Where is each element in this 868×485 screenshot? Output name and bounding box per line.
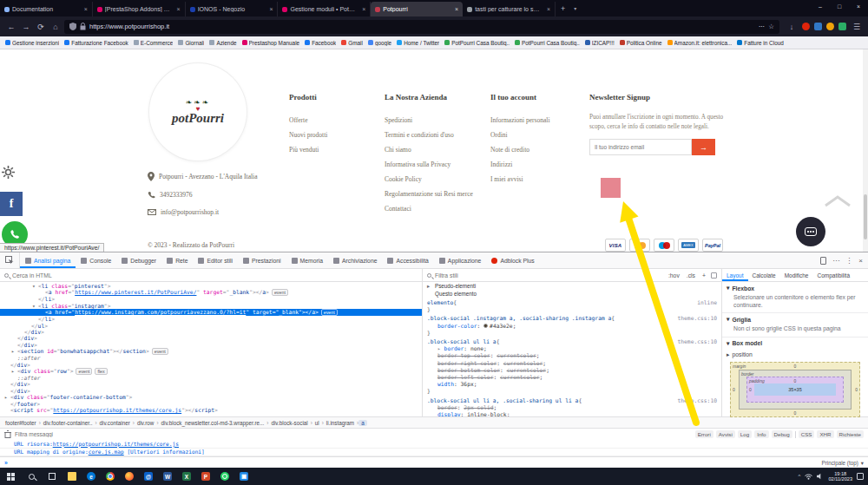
console-filter-log[interactable]: Log — [738, 430, 752, 438]
clear-console-icon[interactable] — [4, 430, 11, 438]
volume-icon[interactable] — [817, 473, 824, 480]
devtool-tab-analisi-pagina[interactable]: Analisi pagina — [20, 252, 76, 268]
start-button[interactable] — [0, 468, 21, 485]
console-filter-css[interactable]: CSS — [799, 430, 815, 438]
taskbar-app-chrome[interactable] — [101, 468, 120, 485]
newsletter-email-input[interactable] — [589, 139, 692, 155]
breadcrumb-item[interactable]: div.block_newsletter.col-md-3.wrapper.re… — [158, 420, 266, 426]
newsletter-submit-button[interactable]: → — [692, 139, 715, 155]
sidebar-tab-modifiche[interactable]: Modifiche — [780, 269, 813, 281]
task-view-button[interactable] — [42, 468, 62, 485]
markup-line[interactable]: </div> — [0, 381, 422, 387]
extension-icon[interactable] — [826, 23, 834, 30]
markup-line[interactable]: ▸<div class="row">eventflex — [0, 368, 422, 375]
markup-line[interactable]: ::after — [0, 355, 422, 361]
css-selector[interactable]: elemento — [427, 299, 453, 306]
devtool-tab-console[interactable]: Console — [76, 252, 116, 268]
browser-tab[interactable]: tasti per catturare lo schermo p...× — [463, 2, 556, 16]
bookmark-item[interactable]: Giornali — [178, 40, 204, 46]
css-declaration[interactable]: border-color: #4a3e2e; — [427, 323, 717, 330]
extension-icon[interactable] — [838, 23, 846, 30]
footer-link[interactable]: Indirizzi — [490, 157, 581, 172]
page-scrollbar[interactable] — [863, 49, 868, 252]
margin-top-value[interactable]: 0 — [794, 364, 797, 369]
chat-widget-button[interactable] — [796, 217, 825, 246]
css-selector[interactable]: .block-social ul li a, .social-sharing u… — [427, 397, 578, 404]
browser-tab[interactable]: Potpourri× — [371, 2, 463, 16]
window-maximize-button[interactable]: □ — [830, 0, 849, 12]
sidebar-tab-calcolate[interactable]: Calcolate — [748, 269, 780, 281]
footer-link[interactable]: Contattaci — [385, 201, 482, 216]
taskbar-app-whatsapp[interactable] — [215, 468, 234, 485]
markup-line[interactable]: </div> — [0, 362, 422, 368]
class-toggle[interactable]: .cls — [685, 272, 697, 279]
footer-link[interactable]: I miei avvisi — [490, 172, 581, 187]
window-minimize-button[interactable]: – — [811, 0, 830, 12]
tab-close-icon[interactable]: × — [545, 6, 550, 12]
event-badge[interactable]: event — [272, 289, 288, 296]
css-selector[interactable]: .block-social ul li a — [427, 338, 496, 345]
breadcrumb-item[interactable]: li.instagram — [324, 420, 357, 426]
event-badge[interactable]: event — [152, 348, 168, 355]
add-rule-button[interactable]: + — [700, 272, 707, 279]
devtools-close-icon[interactable]: × — [858, 257, 863, 265]
position-row[interactable]: ▸position — [722, 350, 868, 360]
responsive-mode-icon[interactable] — [820, 257, 826, 265]
console-filter-debug[interactable]: Debug — [772, 430, 792, 438]
footer-link[interactable]: Informazioni personali — [490, 113, 581, 128]
padding-left-value[interactable]: 0 — [749, 387, 752, 392]
rules-filter-input[interactable] — [435, 272, 663, 279]
lock-icon[interactable] — [80, 23, 86, 30]
breadcrumb-item[interactable]: div.row — [135, 420, 156, 426]
flex-badge[interactable]: flex — [95, 368, 107, 375]
downloads-icon[interactable]: ↓ — [786, 23, 798, 31]
markup-line[interactable]: ::after — [0, 375, 422, 381]
bookmark-item[interactable]: PotPourri Casa Boutiq.. — [444, 40, 510, 46]
window-close-button[interactable]: × — [849, 0, 868, 12]
breadcrumb-item[interactable]: div.footer-container.. — [41, 420, 95, 426]
padding-box[interactable]: padding 0 0 35×35 — [746, 377, 844, 403]
evaluation-context-selector[interactable]: Principale (top) ▾ — [821, 460, 864, 466]
breadcrumb-item[interactable]: a — [358, 420, 367, 426]
tab-close-icon[interactable]: × — [453, 6, 458, 12]
footer-link[interactable]: Spedizioni — [385, 113, 482, 128]
footer-link[interactable]: Nuovi prodotti — [289, 128, 376, 142]
bookmark-item[interactable]: PotPourri Casa Boutiq.. — [515, 40, 580, 46]
browser-tab[interactable]: Documentation× — [0, 2, 93, 16]
event-badge[interactable]: event — [76, 368, 92, 375]
devtool-tab-rete[interactable]: Rete — [161, 252, 193, 268]
markup-line[interactable]: ▾<li class="instagram"> — [0, 303, 422, 309]
site-logo[interactable]: ❧❧❧ ♥ potPourri — [149, 63, 247, 161]
breadcrumb-item[interactable]: footer#footer — [3, 420, 39, 426]
meatball-menu-icon[interactable]: ⋯ — [832, 257, 839, 265]
markup-line[interactable]: </ul> — [0, 323, 422, 329]
console-filter-xhr[interactable]: XHR — [817, 430, 833, 438]
console-filter-avvisi[interactable]: Avvisi — [716, 430, 735, 438]
taskbar-app-powerpoint[interactable]: P — [196, 468, 215, 485]
new-tab-button[interactable]: + — [556, 4, 570, 13]
devtool-tab-memoria[interactable]: Memoria — [286, 252, 328, 268]
twisty-icon[interactable]: ▾ — [32, 303, 38, 309]
action-center-icon[interactable] — [857, 473, 864, 480]
home-icon[interactable]: ⌂ — [49, 23, 62, 31]
css-declaration[interactable]: border-right-color: currentcolor; — [427, 360, 717, 367]
css-declaration[interactable]: border: 2px solid; — [427, 404, 717, 411]
css-declaration[interactable]: border-top-color: currentcolor; — [427, 352, 717, 359]
console-link[interactable]: core.js.map — [89, 449, 124, 455]
breadcrumb-item[interactable]: div.block-social — [268, 420, 310, 426]
css-declaration[interactable]: border-left-color: currentcolor; — [427, 374, 717, 381]
taskbar-app-file-explorer[interactable] — [62, 468, 82, 485]
bookmark-item[interactable]: Politica Online — [620, 40, 662, 46]
margin-right-value[interactable]: 0 — [855, 387, 858, 392]
tab-list-dropdown-icon[interactable]: ▾ — [570, 5, 580, 11]
color-swatch[interactable] — [483, 324, 488, 328]
taskbar-search-button[interactable] — [21, 468, 42, 485]
bookmark-star-icon[interactable]: ☆ — [768, 23, 774, 30]
devtool-tab-prestazioni[interactable]: Prestazioni — [238, 252, 286, 268]
margin-box[interactable]: margin 0 0 0 0 border padding 0 0 — [730, 362, 860, 417]
flexbox-header[interactable]: ▾Flexbox — [722, 282, 868, 294]
event-badge[interactable]: event — [321, 309, 338, 316]
boxmodel-header[interactable]: ▾Box model — [722, 338, 868, 350]
element-picker-button[interactable] — [0, 252, 20, 268]
markup-line[interactable]: <a href="https://www.instagram.com/potpo… — [0, 309, 422, 316]
